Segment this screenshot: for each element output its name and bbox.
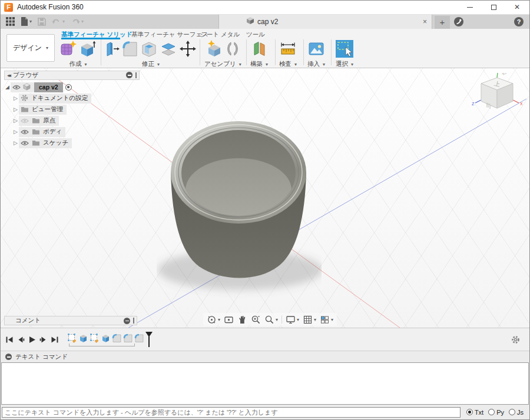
- panel-collapse-button[interactable]: [124, 318, 130, 324]
- create-menu[interactable]: 作成 ▾: [69, 60, 87, 68]
- grid-snap-button[interactable]: ▾: [302, 314, 317, 325]
- measure-button[interactable]: [279, 39, 297, 60]
- expand-icon[interactable]: ▷: [12, 129, 19, 135]
- select-tool-button[interactable]: [335, 39, 354, 60]
- mode-py-radio[interactable]: Py: [488, 409, 504, 416]
- orbit-button[interactable]: ▾: [206, 314, 221, 325]
- expand-icon[interactable]: ▷: [12, 95, 19, 101]
- panel-collapse-button[interactable]: [126, 72, 132, 78]
- fillet-button[interactable]: [122, 39, 138, 60]
- timeline-step-back-button[interactable]: [17, 336, 25, 344]
- tree-row-sketches[interactable]: ▷ スケッチ: [4, 138, 140, 148]
- ribbon-tab-surface[interactable]: 基準フィーチャ サーフェス: [131, 31, 190, 39]
- text-command-header[interactable]: テキスト コマンド: [1, 351, 529, 362]
- insert-menu[interactable]: 挿入 ▾: [307, 60, 325, 68]
- ribbon-tab-sheetmetal[interactable]: シート メタル: [200, 31, 231, 39]
- panel-grip-handle[interactable]: [133, 318, 134, 324]
- shell-button[interactable]: [140, 39, 158, 60]
- workspace-switcher[interactable]: デザイン ▾: [6, 34, 55, 62]
- timeline-playhead[interactable]: [145, 332, 153, 347]
- panel-grip-handle[interactable]: [135, 72, 137, 78]
- visibility-eye-icon[interactable]: [21, 141, 29, 146]
- text-command-output[interactable]: [1, 362, 529, 405]
- tree-row-bodies[interactable]: ▷ ボディ: [4, 127, 140, 137]
- ribbon-tab-tools[interactable]: ツール: [244, 31, 267, 39]
- dropdown-caret-icon: ▾: [157, 62, 160, 67]
- redo-button[interactable]: ▾: [69, 16, 85, 26]
- viewport-canvas[interactable]: X Z 上 前 右 ◂◂ ブラウザ ◢: [1, 68, 529, 328]
- root-component-label[interactable]: cap v2: [34, 82, 63, 92]
- save-button[interactable]: [36, 16, 48, 27]
- extensions-button[interactable]: [454, 17, 463, 28]
- timeline-feature-sketch[interactable]: [67, 333, 77, 344]
- fit-button[interactable]: ▾: [263, 314, 279, 325]
- mode-js-radio[interactable]: Js: [509, 409, 524, 416]
- undo-button[interactable]: ▾: [50, 16, 67, 26]
- look-at-button[interactable]: [223, 314, 235, 325]
- timeline-feature-fillet[interactable]: [134, 333, 144, 344]
- visibility-eye-icon[interactable]: [12, 85, 21, 90]
- assemble-menu[interactable]: アセンブリ ▾: [204, 60, 241, 68]
- expand-icon[interactable]: ▷: [12, 118, 19, 124]
- model-body-cap[interactable]: [157, 118, 322, 306]
- select-menu[interactable]: 選択 ▾: [336, 60, 353, 68]
- offset-face-button[interactable]: [160, 39, 177, 60]
- minimize-button[interactable]: [466, 3, 474, 11]
- component-activate-radio[interactable]: [65, 84, 72, 91]
- timeline-step-forward-button[interactable]: [39, 336, 47, 344]
- tab-close-button[interactable]: ×: [423, 18, 427, 26]
- extrude-button[interactable]: [79, 39, 97, 60]
- navigation-bar: ▾ ▾ ▾ ▾ ▾: [203, 313, 337, 326]
- insert-button[interactable]: [307, 39, 325, 60]
- svg-text:右: 右: [502, 73, 508, 76]
- text-command-input[interactable]: [2, 407, 461, 418]
- timeline-feature-extrude[interactable]: [101, 333, 111, 344]
- press-pull-button[interactable]: [105, 39, 120, 60]
- zoom-button[interactable]: [250, 314, 262, 325]
- maximize-button[interactable]: [489, 3, 498, 11]
- timeline-features: [67, 333, 144, 346]
- timeline-go-to-start-button[interactable]: [5, 336, 14, 344]
- expand-icon[interactable]: ◢: [4, 84, 11, 90]
- joint-button[interactable]: [225, 39, 240, 60]
- construct-menu[interactable]: 構築 ▾: [250, 60, 268, 68]
- timeline-settings-button[interactable]: [511, 335, 520, 344]
- expand-icon[interactable]: ▷: [12, 106, 19, 112]
- browser-panel-header[interactable]: ◂◂ ブラウザ: [4, 71, 140, 80]
- new-tab-button[interactable]: +: [435, 16, 450, 29]
- collapse-left-icon[interactable]: ◂◂: [7, 72, 10, 78]
- workspace-label: デザイン: [13, 43, 42, 53]
- timeline-feature-fillet[interactable]: [112, 333, 122, 344]
- mode-txt-radio[interactable]: Txt: [466, 409, 483, 416]
- display-settings-button[interactable]: ▾: [284, 314, 300, 325]
- timeline-feature-extrude[interactable]: [78, 333, 88, 344]
- help-button[interactable]: ?: [514, 17, 524, 26]
- new-component-button[interactable]: [206, 39, 223, 60]
- close-button[interactable]: ✕: [513, 3, 521, 11]
- tree-row-named-views[interactable]: ▷ ビュー管理: [4, 105, 140, 115]
- app-launcher-button[interactable]: [4, 16, 16, 27]
- construct-plane-button[interactable]: [250, 39, 268, 60]
- visibility-eye-icon[interactable]: [21, 129, 29, 135]
- expand-icon[interactable]: ▷: [12, 140, 19, 146]
- timeline-feature-fillet[interactable]: [123, 333, 133, 344]
- tree-row-document-settings[interactable]: ▷ ドキュメントの設定: [4, 94, 140, 104]
- viewports-button[interactable]: ▾: [319, 314, 334, 325]
- tree-row-origin[interactable]: ▷ 原点: [4, 116, 140, 126]
- create-form-button[interactable]: [59, 39, 77, 60]
- document-tab[interactable]: cap v2 ×: [218, 15, 432, 29]
- view-cube[interactable]: X Z 上 前 右: [472, 73, 522, 115]
- timeline-play-button[interactable]: [28, 336, 36, 344]
- tree-row-root[interactable]: ◢ cap v2: [4, 82, 140, 92]
- timeline-feature-sketch[interactable]: [90, 333, 100, 344]
- move-button[interactable]: [179, 39, 197, 60]
- maximize-icon: [491, 5, 496, 10]
- inspect-menu[interactable]: 検査 ▾: [279, 60, 297, 68]
- timeline-go-to-end-button[interactable]: [51, 336, 59, 344]
- file-menu-button[interactable]: ▾: [19, 16, 34, 27]
- visibility-eye-icon-hidden[interactable]: [21, 118, 29, 124]
- pan-button[interactable]: [236, 314, 249, 325]
- panel-collapse-button[interactable]: [5, 354, 12, 360]
- modify-menu[interactable]: 修正 ▾: [142, 60, 160, 68]
- comments-panel-header[interactable]: コメント: [4, 316, 137, 325]
